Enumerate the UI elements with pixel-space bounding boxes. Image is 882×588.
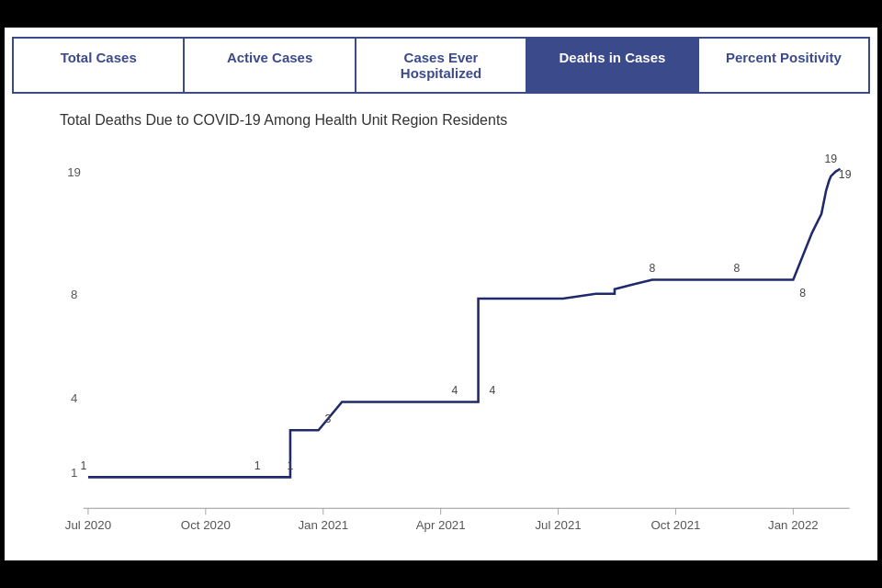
x-label-jan2022: Jan 2022 [768, 518, 819, 532]
dp-label-8b: 8 [734, 262, 741, 275]
x-label-jul2020: Jul 2020 [65, 518, 111, 532]
chart-area: Total Deaths Due to COVID-19 Among Healt… [5, 94, 877, 588]
dp-label-1a: 1 [80, 459, 86, 472]
y-label-1: 1 [71, 466, 77, 480]
chart-svg-container: 19 8 4 1 1 1 1 3 4 4 8 8 8 19 19 [51, 138, 859, 544]
x-label-jul2021: Jul 2021 [535, 518, 581, 532]
tab-active-cases[interactable]: Active Cases [185, 39, 356, 92]
chart-line [88, 169, 841, 478]
y-label-8: 8 [71, 288, 77, 301]
y-label-4: 4 [71, 391, 77, 405]
tab-percent-positivity[interactable]: Percent Positivity [699, 39, 868, 92]
x-label-jan2021: Jan 2021 [298, 518, 348, 532]
dp-label-3: 3 [324, 413, 331, 425]
dp-label-1c: 1 [288, 459, 294, 472]
dp-label-4a: 4 [452, 384, 458, 397]
dp-label-8a: 8 [649, 262, 655, 275]
x-label-apr2021: Apr 2021 [416, 518, 466, 532]
dp-label-1b: 1 [254, 459, 261, 472]
chart-title: Total Deaths Due to COVID-19 Among Healt… [51, 112, 859, 129]
dp-label-8c: 8 [799, 287, 806, 300]
tab-deaths-in-cases[interactable]: Deaths in Cases [527, 39, 698, 92]
dp-label-19b: 19 [839, 168, 852, 181]
x-label-oct2020: Oct 2020 [181, 518, 231, 532]
dp-label-4b: 4 [490, 384, 496, 397]
tab-cases-ever-hospitalized[interactable]: Cases Ever Hospitalized [356, 39, 527, 92]
tab-total-cases[interactable]: Total Cases [14, 39, 185, 92]
y-label-19: 19 [67, 165, 81, 179]
chart-svg: 19 8 4 1 1 1 1 3 4 4 8 8 8 19 19 [51, 138, 859, 544]
main-container: Total Cases Active Cases Cases Ever Hosp… [5, 28, 877, 560]
x-label-oct2021: Oct 2021 [650, 518, 700, 532]
dp-label-19a: 19 [824, 153, 837, 165]
tab-bar: Total Cases Active Cases Cases Ever Hosp… [12, 37, 870, 94]
